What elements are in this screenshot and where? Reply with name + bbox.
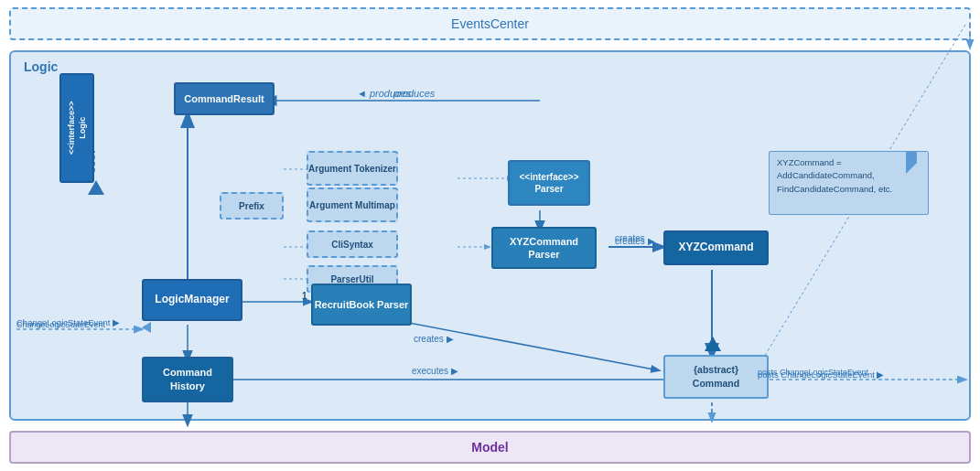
produces-text: ◄ produces [357, 88, 411, 99]
recruit-book-parser-label: RecruitBook Parser [315, 298, 409, 311]
prefix-label: Prefix [239, 200, 264, 212]
creates-command-label: creates ▶ [414, 334, 454, 344]
command-history-label: CommandHistory [163, 366, 212, 394]
xyz-command-parser-label: XYZCommand Parser [493, 235, 595, 262]
creates-xyz-text: creates ▶ [615, 236, 655, 246]
interface-logic-label: <<interface>>Logic [66, 102, 87, 155]
xyz-command-note-box: XYZCommand = AddCandidateCommand, FindCa… [769, 151, 929, 215]
events-center-label: EventsCenter [451, 16, 529, 31]
command-result-label: CommandResult [184, 92, 264, 105]
change-event-text: ChangeLogicStateEvent ▶ [16, 317, 120, 327]
interface-parser-label: <<interface>>Parser [519, 171, 578, 195]
logic-label: Logic [24, 59, 58, 74]
command-result-box: CommandResult [174, 82, 275, 115]
logic-manager-label: LogicManager [155, 293, 229, 307]
xyz-command-note-label: XYZCommand = AddCandidateCommand, FindCa… [777, 157, 892, 194]
xyz-abstract-arrow-indicator [705, 337, 721, 351]
recruit-book-parser-box: RecruitBook Parser [311, 284, 412, 326]
argument-tokenizer-box: Argument Tokenizer [307, 151, 398, 186]
logic-manager-box: LogicManager [142, 279, 242, 321]
xyz-command-label: XYZCommand [678, 241, 753, 255]
cli-syntax-box: CliSyntax [307, 230, 398, 258]
events-center-box: EventsCenter [9, 7, 971, 40]
executes-label: executes ▶ [412, 366, 458, 376]
interface-parser-box: <<interface>>Parser [508, 160, 590, 206]
change-event-arrow-left [142, 322, 151, 333]
argument-tokenizer-label: Argument Tokenizer [308, 163, 396, 175]
abstract-command-label: {abstract}Command [693, 363, 739, 390]
posts-event-text: posts ChangeLogicStateEvent ▶ [758, 369, 884, 380]
interface-logic-triangle [88, 180, 104, 195]
xyz-command-box: XYZCommand [663, 230, 769, 265]
argument-multimap-box: Argument Multimap [307, 187, 398, 222]
argument-multimap-label: Argument Multimap [309, 199, 395, 211]
one-label: 1 [302, 291, 307, 301]
interface-logic-box: <<interface>>Logic [59, 73, 94, 183]
abstract-command-box: {abstract}Command [663, 355, 769, 399]
diagram-container: EventsCenter Logic Model [0, 0, 980, 471]
command-history-box: CommandHistory [142, 357, 233, 402]
xyz-command-parser-box: XYZCommand Parser [491, 227, 597, 269]
model-bar: Model [9, 431, 971, 464]
model-label: Model [471, 440, 508, 455]
cli-syntax-label: CliSyntax [331, 239, 373, 251]
prefix-box: Prefix [220, 192, 284, 219]
